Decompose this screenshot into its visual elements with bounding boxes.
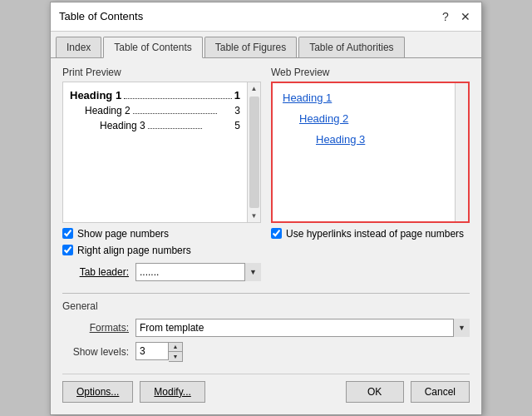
- print-preview-line-h3: Heading 3 5: [70, 120, 240, 131]
- general-title: General: [62, 300, 470, 312]
- show-page-numbers-checkbox[interactable]: [62, 228, 73, 239]
- modify-button[interactable]: Modify...: [140, 381, 204, 403]
- show-page-numbers-row: Show page numbers: [62, 228, 261, 240]
- show-levels-spinner: ▲ ▼: [135, 342, 183, 362]
- print-preview-label: Print Preview: [62, 67, 261, 78]
- tab-authorities[interactable]: Table of Authorities: [298, 37, 404, 57]
- hyperlinks-label: Use hyperlinks instead of page numbers: [286, 228, 464, 240]
- spinner-down-button[interactable]: ▼: [169, 352, 182, 361]
- print-preview-section: Print Preview Heading 1 1 Heading 2 3: [62, 67, 261, 281]
- tab-leader-select[interactable]: ....... (none) ------- _______: [135, 263, 261, 281]
- tab-toc[interactable]: Table of Contents: [103, 37, 202, 58]
- right-align-row: Right align page numbers: [62, 245, 261, 256]
- show-levels-label: Show levels:: [62, 346, 129, 358]
- show-levels-input[interactable]: [135, 342, 169, 360]
- web-preview-label: Web Preview: [271, 67, 470, 78]
- table-of-contents-dialog: Table of Contents ? ✕ Index Table of Con…: [50, 2, 482, 415]
- bottom-buttons: Options... Modify... OK Cancel: [62, 374, 470, 403]
- general-section: General Formats: From template Classic D…: [62, 293, 470, 362]
- print-h3-dots: [148, 128, 203, 129]
- print-preview-scrollbar[interactable]: ▲ ▼: [247, 82, 260, 222]
- web-preview-content: Heading 1 Heading 2 Heading 3: [273, 83, 468, 161]
- web-preview-box: Heading 1 Heading 2 Heading 3: [271, 82, 470, 223]
- print-h2-page: 3: [234, 105, 240, 116]
- formats-select[interactable]: From template Classic Distinctive Fancy …: [135, 319, 470, 337]
- web-heading3-link[interactable]: Heading 3: [316, 133, 448, 146]
- right-align-label: Right align page numbers: [77, 245, 191, 256]
- dialog-body: Print Preview Heading 1 1 Heading 2 3: [51, 58, 481, 414]
- print-preview-line-h1: Heading 1 1: [70, 89, 240, 102]
- ok-button[interactable]: OK: [346, 381, 404, 403]
- print-h1-text: Heading 1: [70, 89, 121, 102]
- hyperlinks-checkbox[interactable]: [271, 228, 282, 239]
- web-heading2-link[interactable]: Heading 2: [299, 112, 448, 125]
- scroll-up-arrow[interactable]: ▲: [251, 82, 258, 95]
- print-preview-line-h2: Heading 2 3: [70, 105, 240, 116]
- tab-leader-select-wrapper: ....... (none) ------- _______ ▼: [135, 263, 261, 281]
- cancel-button[interactable]: Cancel: [411, 381, 470, 403]
- formats-select-wrapper: From template Classic Distinctive Fancy …: [135, 319, 470, 337]
- formats-label: Formats:: [62, 322, 129, 334]
- web-preview-section: Web Preview Heading 1 Heading 2 Heading …: [271, 67, 470, 281]
- scroll-track: [249, 97, 259, 208]
- web-heading1-link[interactable]: Heading 1: [283, 92, 448, 104]
- print-h3-text: Heading 3: [100, 120, 145, 131]
- title-bar-left: Table of Contents: [59, 10, 143, 22]
- print-h3-page: 5: [234, 120, 240, 131]
- show-page-numbers-label: Show page numbers: [77, 228, 169, 240]
- close-button[interactable]: ✕: [458, 9, 473, 24]
- tab-figures[interactable]: Table of Figures: [204, 37, 297, 57]
- spinner-buttons: ▲ ▼: [169, 342, 183, 362]
- spinner-up-button[interactable]: ▲: [169, 343, 182, 352]
- tab-bar: Index Table of Contents Table of Figures…: [51, 32, 481, 58]
- formats-row: Formats: From template Classic Distincti…: [62, 319, 470, 337]
- scroll-down-arrow[interactable]: ▼: [251, 210, 258, 222]
- options-button[interactable]: Options...: [62, 381, 133, 403]
- tab-leader-row: Tab leader: ....... (none) ------- _____…: [62, 263, 261, 281]
- right-align-checkbox[interactable]: [62, 245, 73, 255]
- print-h1-page: 1: [234, 89, 240, 102]
- print-preview-content: Heading 1 1 Heading 2 3 Heading 3: [63, 82, 260, 141]
- print-h1-dots: [124, 98, 232, 99]
- title-bar-controls: ? ✕: [438, 9, 473, 24]
- title-bar: Table of Contents ? ✕: [51, 2, 481, 32]
- dialog-title: Table of Contents: [59, 10, 143, 22]
- help-button[interactable]: ?: [438, 9, 453, 24]
- web-preview-scrollbar[interactable]: [455, 83, 468, 221]
- print-h2-text: Heading 2: [85, 105, 131, 116]
- print-preview-box: Heading 1 1 Heading 2 3 Heading 3: [62, 82, 261, 223]
- show-levels-row: Show levels: ▲ ▼: [62, 342, 470, 362]
- print-h2-dots: [133, 113, 218, 114]
- preview-columns: Print Preview Heading 1 1 Heading 2 3: [62, 67, 470, 281]
- hyperlinks-row: Use hyperlinks instead of page numbers: [271, 228, 470, 240]
- tab-index[interactable]: Index: [56, 37, 101, 57]
- tab-leader-label: Tab leader:: [62, 266, 129, 278]
